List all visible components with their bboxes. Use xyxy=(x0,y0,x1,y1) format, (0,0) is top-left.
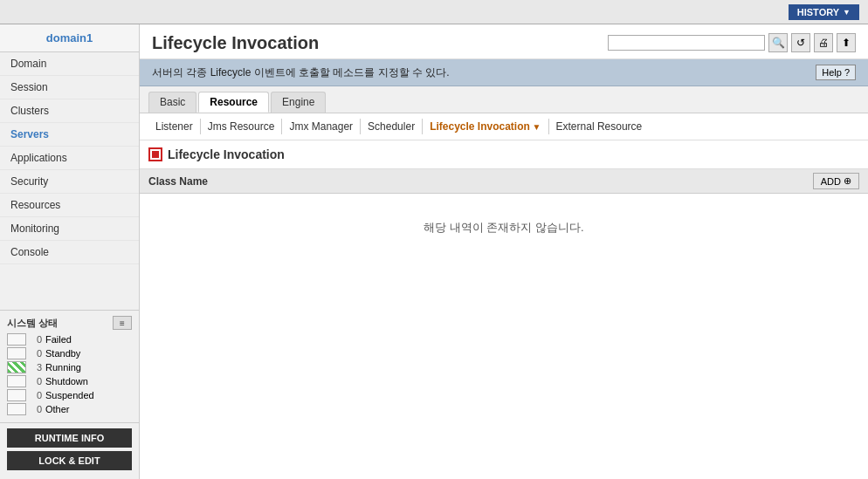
header-tools: 🔍 ↺ 🖨 ⬆ xyxy=(608,33,856,52)
status-row-running: 3 Running xyxy=(7,361,132,373)
status-label-suspended: Suspended xyxy=(45,390,94,400)
search-input[interactable] xyxy=(608,35,765,51)
main-area: domain1 Domain Session Clusters Servers … xyxy=(0,24,868,479)
status-count-standby: 0 xyxy=(30,348,42,359)
status-count-suspended: 0 xyxy=(30,390,42,400)
status-box-failed xyxy=(7,333,26,346)
sidebar-bottom: RUNTIME INFO LOCK & EDIT xyxy=(0,422,139,479)
status-row-standby: 0 Standby xyxy=(7,347,132,359)
refresh-button[interactable]: ↺ xyxy=(791,33,810,52)
history-button[interactable]: HISTORY xyxy=(789,4,859,20)
sub-nav-listener[interactable]: Listener xyxy=(148,119,201,134)
status-count-other: 0 xyxy=(30,404,42,414)
section-icon xyxy=(148,147,162,161)
sidebar-item-monitoring[interactable]: Monitoring xyxy=(0,217,139,241)
add-button[interactable]: ADD ⊕ xyxy=(813,173,859,189)
sub-nav-scheduler[interactable]: Scheduler xyxy=(361,119,423,134)
status-row-suspended: 0 Suspended xyxy=(7,389,132,401)
content-header: Lifecycle Invocation 🔍 ↺ 🖨 ⬆ xyxy=(140,24,868,59)
status-count-failed: 0 xyxy=(30,334,42,345)
status-label-other: Other xyxy=(45,404,70,414)
content-area: Lifecycle Invocation 🔍 ↺ 🖨 ⬆ 서버의 각종 Life… xyxy=(140,24,868,479)
sidebar-item-session[interactable]: Session xyxy=(0,76,139,99)
page-title: Lifecycle Invocation xyxy=(152,33,319,53)
add-icon: ⊕ xyxy=(844,175,851,187)
section-title-bar: Lifecycle Invocation xyxy=(140,140,868,169)
empty-message: 해당 내역이 존재하지 않습니다. xyxy=(140,194,868,262)
sidebar-item-security[interactable]: Security xyxy=(0,170,139,194)
status-label-failed: Failed xyxy=(45,334,72,345)
section-title-text: Lifecycle Invocation xyxy=(168,147,285,161)
status-label-running: Running xyxy=(45,362,81,373)
info-text: 서버의 각종 Lifecycle 이벤트에 호출할 메소드를 지정할 수 있다. xyxy=(152,65,450,80)
sub-nav: Listener Jms Resource Jmx Manager Schedu… xyxy=(140,113,868,140)
sidebar-nav: Domain Session Clusters Servers Applicat… xyxy=(0,52,139,310)
sub-nav-lifecycle-invocation[interactable]: Lifecycle Invocation xyxy=(423,119,548,134)
sub-nav-jmx-manager[interactable]: Jmx Manager xyxy=(282,119,361,134)
status-row-shutdown: 0 Shutdown xyxy=(7,375,132,387)
app-container: HISTORY domain1 Domain Session Clusters … xyxy=(0,0,868,479)
status-box-other xyxy=(7,403,26,415)
status-label-standby: Standby xyxy=(45,348,80,359)
export-button[interactable]: ⬆ xyxy=(837,33,856,52)
tab-resource[interactable]: Resource xyxy=(198,92,269,113)
table-header: Class Name ADD ⊕ xyxy=(140,169,868,194)
print-button[interactable]: 🖨 xyxy=(814,33,833,52)
tabs-bar: Basic Resource Engine xyxy=(140,86,868,113)
status-row-failed: 0 Failed xyxy=(7,333,132,346)
status-count-running: 3 xyxy=(30,362,42,373)
sidebar-item-console[interactable]: Console xyxy=(0,241,139,264)
sidebar-item-domain[interactable]: Domain xyxy=(0,52,139,76)
column-header-classname: Class Name xyxy=(148,175,208,188)
status-label-shutdown: Shutdown xyxy=(45,376,88,387)
status-row-other: 0 Other xyxy=(7,403,132,415)
status-box-suspended xyxy=(7,389,26,401)
sidebar-domain[interactable]: domain1 xyxy=(0,24,139,52)
tab-basic[interactable]: Basic xyxy=(148,92,196,113)
sidebar-item-servers[interactable]: Servers xyxy=(0,123,139,147)
tab-engine[interactable]: Engine xyxy=(271,92,326,113)
system-status-panel: 시스템 상태 ≡ 0 Failed 0 Standby 3 Running xyxy=(0,310,139,422)
status-box-running xyxy=(7,361,26,373)
system-status-label: 시스템 상태 xyxy=(7,317,58,330)
sidebar-item-resources[interactable]: Resources xyxy=(0,194,139,217)
runtime-info-button[interactable]: RUNTIME INFO xyxy=(7,428,132,448)
sidebar-item-clusters[interactable]: Clusters xyxy=(0,99,139,123)
svg-rect-2 xyxy=(152,151,159,158)
sub-nav-jms-resource[interactable]: Jms Resource xyxy=(201,119,283,134)
top-bar: HISTORY xyxy=(0,0,868,24)
search-button[interactable]: 🔍 xyxy=(768,33,788,52)
status-box-shutdown xyxy=(7,375,26,387)
add-button-label: ADD xyxy=(821,176,841,187)
sidebar-item-applications[interactable]: Applications xyxy=(0,147,139,170)
system-status-header: 시스템 상태 ≡ xyxy=(7,316,132,330)
sub-nav-external-resource[interactable]: External Resource xyxy=(549,119,650,134)
lock-edit-button[interactable]: LOCK & EDIT xyxy=(7,451,132,470)
sidebar: domain1 Domain Session Clusters Servers … xyxy=(0,24,140,479)
info-bar: 서버의 각종 Lifecycle 이벤트에 호출할 메소드를 지정할 수 있다.… xyxy=(140,59,868,86)
status-count-shutdown: 0 xyxy=(30,376,42,387)
help-button[interactable]: Help ? xyxy=(816,65,856,80)
toggle-icon[interactable]: ≡ xyxy=(113,316,132,330)
table-area: Class Name ADD ⊕ 해당 내역이 존재하지 않습니다. xyxy=(140,169,868,479)
status-box-standby xyxy=(7,347,26,359)
